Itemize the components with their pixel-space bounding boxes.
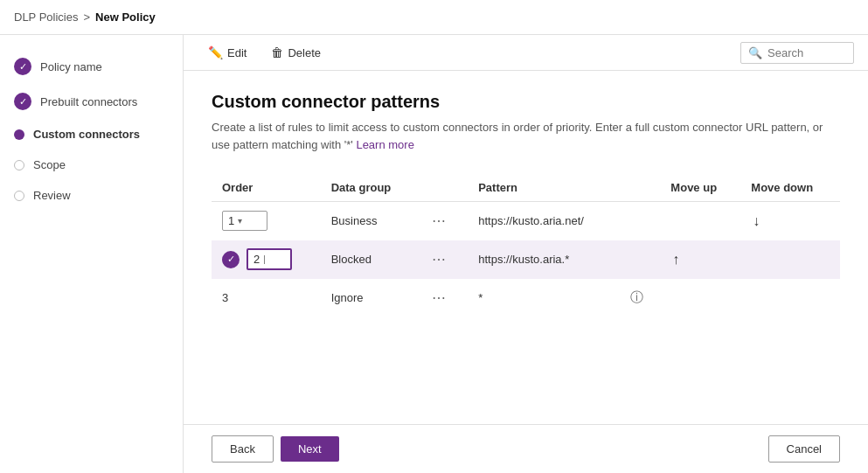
step-icon-custom bbox=[14, 129, 24, 140]
row3-movedown bbox=[740, 279, 840, 317]
order-select-1[interactable]: 1 ▾ bbox=[222, 211, 267, 231]
col-header-info bbox=[620, 174, 661, 202]
breadcrumb-parent[interactable]: DLP Policies bbox=[14, 10, 78, 24]
row1-movedown[interactable]: ↓ bbox=[740, 202, 840, 240]
breadcrumb-current: New Policy bbox=[95, 10, 156, 24]
order-num-3: 3 bbox=[222, 291, 228, 304]
sidebar-label-custom: Custom connectors bbox=[33, 128, 140, 141]
table-row: 1 ▾ Business ⋯ https://kusto.aria.net/ bbox=[212, 202, 840, 240]
col-header-order: Order bbox=[212, 174, 321, 202]
order-select-2[interactable]: 2 | bbox=[247, 248, 292, 270]
col-header-pattern: Pattern bbox=[468, 174, 619, 202]
search-icon: 🔍 bbox=[748, 46, 762, 59]
delete-button[interactable]: 🗑 Delete bbox=[260, 40, 331, 65]
edit-icon: ✏️ bbox=[208, 45, 223, 59]
sidebar-item-custom-connectors[interactable]: Custom connectors bbox=[0, 119, 183, 150]
step-icon-scope bbox=[14, 160, 24, 170]
row3-dots[interactable]: ⋯ bbox=[418, 279, 469, 317]
row1-pattern: https://kusto.aria.net/ bbox=[468, 202, 619, 240]
row3-info[interactable]: ⓘ bbox=[620, 279, 661, 317]
edit-button[interactable]: ✏️ Edit bbox=[198, 40, 257, 65]
search-input[interactable] bbox=[767, 46, 846, 59]
sidebar-item-policy-name[interactable]: ✓ Policy name bbox=[0, 49, 183, 84]
step-icon-review bbox=[14, 191, 24, 201]
order-value-2: 2 bbox=[253, 253, 260, 266]
col-header-movedown: Move down bbox=[740, 174, 840, 202]
chevron-icon-2: | bbox=[263, 254, 266, 264]
page-description: Create a list of rules to limit access t… bbox=[212, 119, 840, 153]
sidebar-label-review: Review bbox=[33, 189, 71, 202]
edit-label: Edit bbox=[227, 46, 247, 59]
row2-check-icon: ✓ bbox=[222, 251, 240, 268]
row2-moveup[interactable]: ↑ bbox=[660, 240, 740, 279]
sidebar-label-scope: Scope bbox=[33, 158, 66, 171]
cancel-button[interactable]: Cancel bbox=[768, 435, 840, 463]
col-header-dots bbox=[418, 174, 469, 202]
sidebar-label-prebuilt: Prebuilt connectors bbox=[40, 95, 137, 108]
back-button[interactable]: Back bbox=[212, 435, 274, 463]
chevron-icon-1: ▾ bbox=[238, 216, 242, 226]
row2-dots[interactable]: ⋯ bbox=[418, 240, 469, 279]
info-icon-3[interactable]: ⓘ bbox=[630, 289, 643, 304]
page-title: Custom connector patterns bbox=[212, 92, 840, 112]
breadcrumb-separator: > bbox=[83, 10, 90, 24]
search-box[interactable]: 🔍 bbox=[740, 42, 854, 64]
row1-dots[interactable]: ⋯ bbox=[418, 202, 469, 240]
row2-datagroup: Blocked bbox=[321, 240, 418, 279]
top-bar: DLP Policies > New Policy bbox=[0, 0, 868, 35]
next-button[interactable]: Next bbox=[281, 436, 339, 462]
row1-info bbox=[620, 202, 661, 240]
main-layout: ✓ Policy name ✓ Prebuilt connectors Cust… bbox=[0, 35, 868, 473]
breadcrumb: DLP Policies > New Policy bbox=[14, 10, 156, 24]
table-row: ✓ 2 | Blocked ⋯ https://kusto.aria.* bbox=[212, 240, 840, 279]
page-content: Custom connector patterns Create a list … bbox=[184, 71, 868, 424]
sidebar: ✓ Policy name ✓ Prebuilt connectors Cust… bbox=[0, 35, 184, 473]
row2-info bbox=[620, 240, 661, 279]
row3-datagroup: Ignore bbox=[321, 279, 418, 317]
row3-context-menu-button[interactable]: ⋯ bbox=[428, 288, 449, 308]
row1-moveup bbox=[660, 202, 740, 240]
col-header-datagroup: Data group bbox=[321, 174, 418, 202]
learn-more-link[interactable]: Learn more bbox=[356, 138, 413, 151]
delete-icon: 🗑 bbox=[271, 45, 283, 59]
row2-movedown bbox=[740, 240, 840, 279]
step-icon-prebuilt: ✓ bbox=[14, 93, 31, 110]
sidebar-label-policy-name: Policy name bbox=[40, 60, 102, 73]
patterns-table: Order Data group Pattern Move up Move do… bbox=[212, 174, 840, 317]
sidebar-item-prebuilt-connectors[interactable]: ✓ Prebuilt connectors bbox=[0, 84, 183, 119]
row3-pattern: * bbox=[468, 279, 619, 317]
delete-label: Delete bbox=[288, 46, 321, 59]
row1-context-menu-button[interactable]: ⋯ bbox=[428, 211, 449, 231]
table-row: 3 Ignore ⋯ * ⓘ bbox=[212, 279, 840, 317]
sidebar-item-review[interactable]: Review bbox=[0, 180, 183, 211]
content-area: ✏️ Edit 🗑 Delete 🔍 Custom connector patt… bbox=[184, 35, 868, 473]
sidebar-item-scope[interactable]: Scope bbox=[0, 150, 183, 180]
row3-order: 3 bbox=[212, 279, 321, 317]
step-icon-policy-name: ✓ bbox=[14, 58, 31, 75]
row2-pattern: https://kusto.aria.* bbox=[468, 240, 619, 279]
row2-move-up-button[interactable]: ↑ bbox=[670, 250, 681, 269]
row3-moveup bbox=[660, 279, 740, 317]
col-header-moveup: Move up bbox=[660, 174, 740, 202]
row1-datagroup: Business bbox=[321, 202, 418, 240]
row1-move-down-button[interactable]: ↓ bbox=[751, 212, 761, 231]
row2-context-menu-button[interactable]: ⋯ bbox=[428, 249, 449, 269]
toolbar: ✏️ Edit 🗑 Delete 🔍 bbox=[184, 35, 868, 71]
footer: Back Next Cancel bbox=[184, 424, 868, 473]
row2-order: ✓ 2 | bbox=[212, 240, 321, 279]
order-value-1: 1 bbox=[228, 214, 234, 227]
row1-order: 1 ▾ bbox=[212, 202, 321, 240]
